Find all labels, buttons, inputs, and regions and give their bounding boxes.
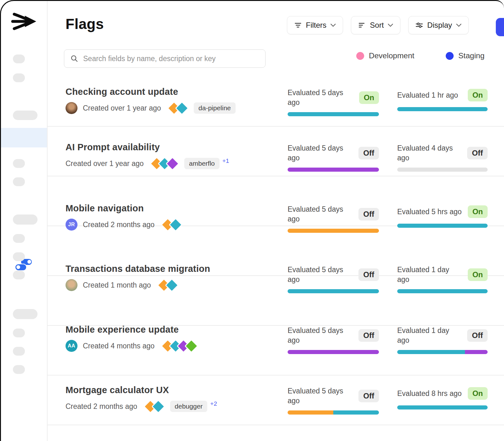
variation-diamond-icon bbox=[165, 278, 179, 292]
avatar-initials: JR bbox=[68, 222, 75, 227]
avatar-initials: AA bbox=[68, 343, 75, 349]
created-text: Created over 1 year ago bbox=[66, 159, 144, 168]
evaluated-text: Evaluated 5 days ago bbox=[288, 326, 343, 345]
avatar bbox=[66, 102, 77, 114]
avatar: AA bbox=[66, 340, 77, 352]
flag-row[interactable]: AI Prompt availability Created over 1 ye… bbox=[48, 142, 504, 192]
flag-title[interactable]: Transactions database migration bbox=[66, 264, 210, 274]
rollout-bar-segment bbox=[288, 350, 379, 354]
flag-meta: Created 2 months ago debugger +2 bbox=[66, 400, 217, 413]
flag-row[interactable]: Mortgage calculator UX Created 2 months … bbox=[48, 385, 504, 435]
search-input[interactable] bbox=[83, 54, 259, 63]
search-icon bbox=[71, 55, 78, 62]
filter-icon bbox=[294, 22, 302, 28]
rollout-bar-segment bbox=[288, 168, 379, 172]
evaluated-text: Evaluated 5 days ago bbox=[288, 265, 343, 284]
display-button-label: Display bbox=[427, 21, 452, 30]
evaluated-text: Evaluated 5 hrs ago bbox=[397, 207, 462, 217]
display-button[interactable]: Display bbox=[408, 16, 469, 34]
chevron-down-icon bbox=[330, 24, 336, 27]
flags-page: Flags Filters Sort Display bbox=[0, 0, 504, 441]
rollout-bar bbox=[397, 350, 488, 354]
skeleton-nav-item bbox=[13, 309, 37, 319]
rollout-bar-segment bbox=[288, 410, 333, 415]
env-staging: Evaluated 5 hrs ago On bbox=[397, 204, 488, 228]
tag-label: da-pipeline bbox=[198, 104, 231, 112]
env-staging: Evaluated 1 day ago Off bbox=[397, 326, 488, 354]
flag-title[interactable]: Checking account update bbox=[66, 87, 178, 97]
skeleton-nav-item bbox=[13, 271, 25, 279]
evaluated-text: Evaluated 4 days ago bbox=[397, 143, 462, 163]
flag-row[interactable]: Transactions database migration Created … bbox=[48, 264, 504, 314]
tag-label: amberflo bbox=[189, 160, 215, 167]
flag-title[interactable]: Mortgage calculator UX bbox=[66, 385, 169, 395]
flag-title[interactable]: Mobile navigation bbox=[66, 203, 144, 214]
status-badge: On bbox=[468, 387, 488, 400]
flag-row[interactable]: Checking account update Created over 1 y… bbox=[48, 87, 504, 137]
variation-diamond-icon bbox=[166, 157, 180, 170]
chevron-down-icon bbox=[456, 24, 461, 27]
skeleton-nav-item bbox=[13, 73, 25, 82]
tag-label: debugger bbox=[175, 403, 203, 410]
skeleton-nav-item bbox=[13, 234, 25, 243]
tag-extra-count: +2 bbox=[210, 400, 217, 407]
flag-title[interactable]: Mobile experience update bbox=[66, 324, 179, 335]
env-development: Evaluated 5 days ago Off bbox=[288, 265, 379, 293]
rollout-bar-segment bbox=[397, 224, 488, 228]
search-bar bbox=[64, 49, 266, 68]
env-staging: Evaluated 1 day ago On bbox=[397, 265, 488, 293]
skeleton-nav-item bbox=[13, 177, 25, 186]
status-badge: Off bbox=[467, 329, 488, 342]
tag-chip: debugger bbox=[170, 401, 208, 412]
status-badge: Off bbox=[358, 268, 379, 281]
display-settings-icon bbox=[415, 22, 423, 28]
created-text: Created 2 months ago bbox=[83, 220, 155, 229]
variation-diamonds bbox=[163, 341, 196, 351]
app-logo-icon bbox=[11, 10, 37, 32]
skeleton-nav-item bbox=[13, 111, 37, 120]
skeleton-nav-item bbox=[13, 347, 25, 356]
rollout-bar bbox=[397, 289, 488, 293]
env-staging: Evaluated 4 days ago Off bbox=[397, 143, 488, 172]
flag-meta: Created over 1 year ago amberflo +1 bbox=[66, 157, 229, 170]
evaluated-text: Evaluated 1 day ago bbox=[397, 265, 462, 284]
rollout-bar-segment bbox=[397, 289, 488, 293]
tag-chip: da-pipeline bbox=[194, 102, 236, 114]
variation-diamond-icon bbox=[175, 101, 189, 115]
sort-button[interactable]: Sort bbox=[351, 16, 400, 34]
status-badge: Off bbox=[358, 390, 379, 403]
filters-button-label: Filters bbox=[306, 21, 326, 30]
env-development: Evaluated 5 days ago Off bbox=[288, 204, 379, 233]
env-development: Evaluated 5 days ago Off bbox=[288, 386, 379, 415]
env-staging: Evaluated 1 hr ago On bbox=[397, 88, 488, 111]
rollout-bar-segment bbox=[397, 350, 465, 354]
sidebar bbox=[1, 1, 48, 441]
rollout-bar bbox=[288, 289, 379, 293]
flag-row[interactable]: Mobile experience update AA Created 4 mo… bbox=[48, 324, 504, 375]
variation-diamonds bbox=[146, 402, 163, 411]
right-edge-button[interactable] bbox=[496, 18, 504, 36]
flag-meta: Created 1 month ago bbox=[66, 279, 177, 291]
status-badge: Off bbox=[358, 147, 379, 160]
toolbar: Filters Sort Display bbox=[287, 16, 469, 34]
avatar bbox=[66, 279, 77, 291]
status-badge: On bbox=[468, 268, 488, 281]
status-badge: Off bbox=[467, 147, 488, 160]
skeleton-nav-item bbox=[13, 159, 25, 168]
variation-diamond-icon bbox=[184, 339, 198, 353]
page-title: Flags bbox=[66, 15, 104, 32]
skeleton-nav-item bbox=[13, 54, 25, 63]
flag-title[interactable]: AI Prompt availability bbox=[66, 142, 160, 152]
filters-button[interactable]: Filters bbox=[287, 16, 343, 34]
status-badge: On bbox=[468, 89, 488, 102]
skeleton-nav-item bbox=[13, 252, 25, 261]
variation-diamond-icon bbox=[151, 399, 165, 413]
flag-row[interactable]: Mobile navigation JR Created 2 months ag… bbox=[48, 203, 504, 254]
rollout-bar-segment bbox=[288, 229, 379, 233]
rollout-bar-segment bbox=[397, 107, 488, 111]
status-badge: Off bbox=[358, 208, 379, 221]
avatar: JR bbox=[66, 219, 77, 231]
sidebar-item-flags-active[interactable] bbox=[1, 128, 47, 147]
env-development: Evaluated 5 days ago Off bbox=[288, 143, 379, 172]
legend-staging: Staging bbox=[446, 51, 484, 60]
